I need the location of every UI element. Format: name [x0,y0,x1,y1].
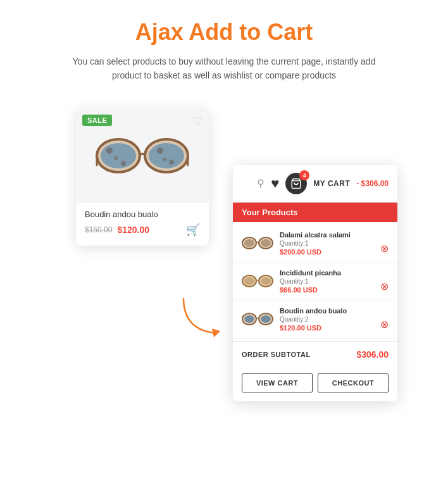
cart-items-list: Dalami alcatra salami Quantity:1 $200.00… [233,222,397,341]
cart-item-qty: Quantity:1 [280,278,374,285]
product-card: SALE ♡ [76,108,209,246]
page-subtitle: You can select products to buy without l… [66,54,382,83]
cart-item-image [242,234,273,252]
svg-point-34 [261,315,271,323]
cart-total-header: - $306.00 [356,179,389,188]
cart-panel: ⚲ ♥ 4 MY CART - $306.00 Your Products [233,165,397,401]
cart-item-qty: Quantity:2 [280,316,374,323]
svg-point-3 [106,147,113,154]
wishlist-icon[interactable]: ♡ [192,115,202,128]
page-title: Ajax Add to Cart [135,19,313,46]
cart-item-details: Boudin andou bualo Quantity:2 $120.00 US… [280,307,374,332]
subtotal-value: $306.00 [356,349,389,360]
cart-item-price: $200.00 USD [280,248,374,256]
svg-point-10 [169,160,174,165]
cart-label: MY CART [313,179,350,188]
cart-badge: 4 [299,170,309,180]
remove-item-icon[interactable]: ⊗ [380,318,389,330]
sale-badge: SALE [82,115,112,126]
svg-point-19 [244,239,254,247]
view-cart-button[interactable]: VIEW CART [242,373,313,392]
arrow-container [177,292,228,345]
checkout-button[interactable]: CHECKOUT [318,373,389,392]
svg-point-8 [149,143,184,168]
cart-actions: VIEW CART CHECKOUT [233,367,397,401]
demo-area: SALE ♡ [13,108,435,437]
cart-item-details: Dalami alcatra salami Quantity:1 $200.00… [280,231,374,256]
cart-item-image [242,310,273,328]
cart-subtotal: ORDER SUBTOTAL $306.00 [233,341,397,367]
cart-icon-wrap: 4 [285,173,307,194]
new-price: $120.00 [117,225,149,235]
subtotal-label: ORDER SUBTOTAL [242,351,311,358]
cart-item-price: $120.00 USD [280,324,374,332]
cart-item-name: Dalami alcatra salami [280,231,374,239]
svg-point-9 [157,147,163,154]
cart-item-details: Incididunt picanha Quantity:1 $66.00 USD [280,269,374,294]
product-image-area: SALE ♡ [76,108,209,203]
cart-item: Incididunt picanha Quantity:1 $66.00 USD… [233,263,397,301]
svg-point-4 [121,161,126,166]
cart-item-name: Boudin andou bualo [280,307,374,315]
cart-item-qty: Quantity:1 [280,240,374,247]
product-name: Boudin andou bualo [85,210,200,219]
heart-icon[interactable]: ♥ [271,175,279,192]
cart-item-name: Incididunt picanha [280,269,374,277]
svg-point-5 [114,156,118,160]
cart-item: Dalami alcatra salami Quantity:1 $200.00… [233,225,397,263]
svg-point-31 [244,315,254,323]
svg-point-2 [101,143,136,168]
svg-marker-15 [212,329,220,337]
old-price: $150.00 [85,225,112,234]
svg-point-22 [261,239,271,247]
svg-point-25 [244,277,254,285]
price-area: $150.00 $120.00 🛒 [85,223,200,237]
add-to-cart-icon[interactable]: 🛒 [186,223,200,237]
cart-header: ⚲ ♥ 4 MY CART - $306.00 [233,165,397,203]
product-info: Boudin andou bualo $150.00 $120.00 🛒 [76,210,209,237]
svg-point-11 [163,158,166,161]
curved-arrow-icon [177,292,228,342]
cart-section-title: Your Products [233,203,397,222]
cart-item-price: $66.00 USD [280,286,374,294]
cart-item-image [242,272,273,290]
search-icon[interactable]: ⚲ [257,177,264,189]
product-image [92,130,193,181]
cart-item: Boudin andou bualo Quantity:2 $120.00 US… [233,301,397,339]
svg-point-28 [261,277,271,285]
remove-item-icon[interactable]: ⊗ [380,280,389,292]
remove-item-icon[interactable]: ⊗ [380,242,389,254]
